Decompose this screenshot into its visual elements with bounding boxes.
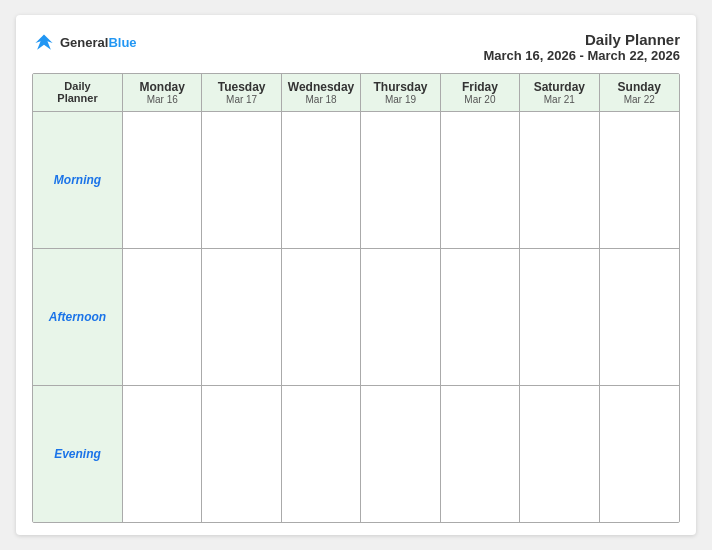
row-label-morning: Morning (33, 112, 123, 248)
logo-general: General (60, 35, 108, 50)
time-row-evening: Evening (33, 386, 679, 522)
cell-morning-wed[interactable] (282, 112, 361, 248)
cell-evening-tue[interactable] (202, 386, 281, 522)
cell-morning-mon[interactable] (123, 112, 202, 248)
logo-blue: Blue (108, 35, 136, 50)
col-day-date-sat: Mar 21 (522, 94, 596, 105)
row-label-evening: Evening (33, 386, 123, 522)
logo: GeneralBlue (32, 31, 137, 55)
cell-afternoon-fri[interactable] (441, 249, 520, 385)
cell-morning-thu[interactable] (361, 112, 440, 248)
cell-morning-sun[interactable] (600, 112, 679, 248)
col-day-name-sun: Sunday (602, 80, 677, 94)
col-header-label: DailyPlanner (33, 74, 123, 111)
cell-afternoon-mon[interactable] (123, 249, 202, 385)
col-day-name-fri: Friday (443, 80, 517, 94)
col-day-name-tue: Tuesday (204, 80, 278, 94)
cell-afternoon-wed[interactable] (282, 249, 361, 385)
cell-evening-mon[interactable] (123, 386, 202, 522)
col-day-name-sat: Saturday (522, 80, 596, 94)
cell-evening-sat[interactable] (520, 386, 599, 522)
cell-evening-wed[interactable] (282, 386, 361, 522)
time-rows: MorningAfternoonEvening (33, 112, 679, 522)
col-day-date-mon: Mar 16 (125, 94, 199, 105)
col-header-sat: SaturdayMar 21 (520, 74, 599, 111)
title-block: Daily Planner March 16, 2026 - March 22,… (483, 31, 680, 63)
cell-morning-fri[interactable] (441, 112, 520, 248)
cell-morning-tue[interactable] (202, 112, 281, 248)
col-day-date-wed: Mar 18 (284, 94, 358, 105)
time-row-morning: Morning (33, 112, 679, 249)
bird-icon (32, 31, 56, 55)
col-header-mon: MondayMar 16 (123, 74, 202, 111)
col-header-thu: ThursdayMar 19 (361, 74, 440, 111)
col-day-date-sun: Mar 22 (602, 94, 677, 105)
cell-afternoon-tue[interactable] (202, 249, 281, 385)
col-day-name-wed: Wednesday (284, 80, 358, 94)
col-day-name-label: DailyPlanner (35, 80, 120, 104)
time-row-afternoon: Afternoon (33, 249, 679, 386)
date-range: March 16, 2026 - March 22, 2026 (483, 48, 680, 63)
calendar: DailyPlannerMondayMar 16TuesdayMar 17Wed… (32, 73, 680, 523)
row-label-afternoon: Afternoon (33, 249, 123, 385)
page-title: Daily Planner (483, 31, 680, 48)
col-day-date-fri: Mar 20 (443, 94, 517, 105)
col-day-date-thu: Mar 19 (363, 94, 437, 105)
cell-evening-fri[interactable] (441, 386, 520, 522)
cell-evening-sun[interactable] (600, 386, 679, 522)
col-day-name-thu: Thursday (363, 80, 437, 94)
cell-afternoon-thu[interactable] (361, 249, 440, 385)
cell-evening-thu[interactable] (361, 386, 440, 522)
cell-afternoon-sat[interactable] (520, 249, 599, 385)
col-header-tue: TuesdayMar 17 (202, 74, 281, 111)
col-header-fri: FridayMar 20 (441, 74, 520, 111)
header: GeneralBlue Daily Planner March 16, 2026… (32, 31, 680, 63)
col-day-name-mon: Monday (125, 80, 199, 94)
cell-morning-sat[interactable] (520, 112, 599, 248)
svg-marker-0 (35, 34, 52, 49)
page: GeneralBlue Daily Planner March 16, 2026… (16, 15, 696, 535)
col-header-wed: WednesdayMar 18 (282, 74, 361, 111)
cell-afternoon-sun[interactable] (600, 249, 679, 385)
col-day-date-tue: Mar 17 (204, 94, 278, 105)
column-headers: DailyPlannerMondayMar 16TuesdayMar 17Wed… (33, 74, 679, 112)
col-header-sun: SundayMar 22 (600, 74, 679, 111)
